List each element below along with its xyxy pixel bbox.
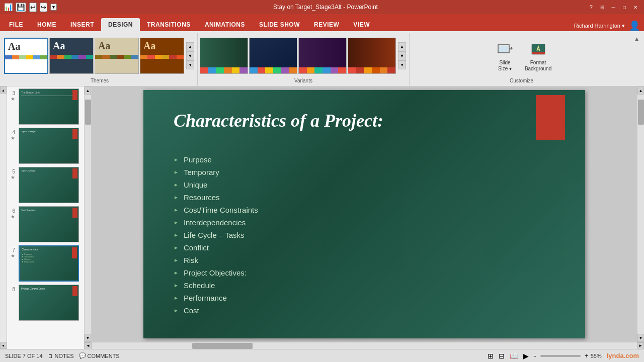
tab-design[interactable]: DESIGN bbox=[101, 18, 140, 31]
reading-view-button[interactable]: 📖 bbox=[510, 352, 518, 360]
theme-3[interactable]: Aa bbox=[95, 38, 139, 74]
slide-img-3: The Bottom Line: bbox=[19, 88, 79, 125]
canvas-scroll-down[interactable]: ▼ bbox=[85, 334, 91, 342]
help-button[interactable]: ? bbox=[587, 4, 596, 11]
slide-canvas[interactable]: Characteristics of a Project: ► Purpose … bbox=[143, 90, 585, 338]
theme-scroll[interactable]: ▲ ▼ ▾ bbox=[185, 42, 195, 69]
comments-label: COMMENTS bbox=[88, 353, 120, 359]
slide-thumb-7[interactable]: 7 ★ Characteristics ► Purpose ► Temporar… bbox=[8, 245, 83, 282]
lynda-logo: lynda.com bbox=[607, 352, 639, 359]
slide-thumb-6[interactable]: 6 ★ Topic Coverage: bbox=[8, 206, 83, 242]
panel-scroll-up[interactable]: ▲ bbox=[0, 86, 7, 94]
zoom-out-button[interactable]: - bbox=[534, 352, 536, 359]
theme-4[interactable]: Aa bbox=[140, 38, 184, 74]
right-scroll-up[interactable]: ▲ bbox=[637, 86, 644, 95]
bullet-schedule: ► Schedule bbox=[174, 281, 545, 290]
minimize-button[interactable]: ─ bbox=[609, 4, 618, 11]
bullet-text-8: Conflict bbox=[184, 243, 209, 252]
slide-thumb-8[interactable]: 8 Project Control Cycle bbox=[8, 285, 83, 321]
ribbon-tabs: FILE HOME INSERT DESIGN TRANSITIONS ANIM… bbox=[0, 14, 644, 31]
variant-3[interactable] bbox=[298, 38, 347, 74]
slide-title: Characteristics of a Project: bbox=[174, 110, 545, 131]
slide-star-4: ★ bbox=[11, 135, 15, 141]
variant-2[interactable] bbox=[249, 38, 297, 74]
h-scroll-track[interactable] bbox=[92, 342, 637, 349]
bullet-text-2: Temporary bbox=[184, 168, 219, 176]
bullet-temporary: ► Temporary bbox=[174, 168, 545, 176]
save-button[interactable]: 💾 bbox=[16, 3, 26, 12]
slide-sorter-button[interactable]: ⊟ bbox=[499, 352, 505, 360]
bullet-text-4: Resources bbox=[184, 193, 220, 202]
tab-view[interactable]: VIEW bbox=[346, 18, 377, 31]
h-scroll-thumb[interactable] bbox=[192, 343, 253, 349]
theme-2[interactable]: Aa bbox=[49, 38, 94, 74]
slide-size-button[interactable]: SlideSize ▾ bbox=[490, 42, 520, 72]
format-background-icon bbox=[529, 42, 547, 60]
normal-view-button[interactable]: ⊞ bbox=[488, 352, 494, 360]
zoom-in-button[interactable]: + bbox=[585, 352, 589, 359]
tab-file[interactable]: FILE bbox=[2, 18, 30, 31]
variant-1[interactable] bbox=[200, 38, 248, 74]
themes-label: Themes bbox=[4, 77, 195, 85]
bullet-arrow-4: ► bbox=[174, 195, 179, 200]
bullet-text-9: Risk bbox=[184, 256, 198, 264]
slide-thumb-4[interactable]: 4 ★ Topic Coverage: bbox=[8, 128, 83, 164]
slide-thumb-3[interactable]: 3 ★ The Bottom Line: bbox=[8, 88, 83, 125]
slide-star-7: ★ bbox=[11, 253, 15, 258]
format-background-button[interactable]: FormatBackground bbox=[523, 42, 553, 72]
restore-button[interactable]: □ bbox=[620, 4, 629, 11]
variant-scroll[interactable]: ▲ ▼ ▾ bbox=[397, 42, 407, 69]
tab-review[interactable]: REVIEW bbox=[307, 18, 346, 31]
bullet-arrow-1: ► bbox=[174, 157, 179, 162]
ribbon: Aa Aa Aa Aa bbox=[0, 31, 644, 86]
format-background-label: FormatBackground bbox=[525, 60, 551, 72]
theme-1[interactable]: Aa bbox=[4, 38, 48, 74]
ribbon-collapse-button[interactable]: ▲ bbox=[633, 35, 640, 43]
comments-toggle[interactable]: 💬 COMMENTS bbox=[79, 352, 120, 359]
window-title: Stay on Target_Stage3Alt - PowerPoint bbox=[64, 4, 587, 11]
h-scroll-left[interactable]: ◄ bbox=[85, 342, 92, 349]
canvas-area[interactable]: Characteristics of a Project: ► Purpose … bbox=[92, 86, 637, 342]
bullet-resources: ► Resources bbox=[174, 193, 545, 202]
undo-button[interactable]: ↩ bbox=[29, 3, 37, 12]
slide-img-6: Topic Coverage: bbox=[19, 206, 79, 242]
variants-label: Variants bbox=[200, 77, 407, 85]
canvas-scroll-up[interactable]: ▲ bbox=[85, 86, 91, 95]
notes-toggle[interactable]: 🗒 NOTES bbox=[48, 353, 74, 359]
variant-scroll-up[interactable]: ▲ bbox=[398, 42, 406, 51]
right-scroll-down[interactable]: ▼ bbox=[637, 334, 644, 342]
slide-size-icon bbox=[496, 42, 514, 60]
bullet-list: ► Purpose ► Temporary ► Unique bbox=[174, 155, 545, 319]
bullet-arrow-10: ► bbox=[174, 270, 179, 276]
h-scroll-right[interactable]: ► bbox=[637, 342, 644, 349]
bullet-lifecycle: ► Life Cycle – Tasks bbox=[174, 231, 545, 239]
bullet-text-10: Project Objectives: bbox=[184, 268, 247, 277]
variant-4[interactable] bbox=[348, 38, 396, 74]
variant-scroll-more[interactable]: ▾ bbox=[398, 60, 406, 69]
slide-size-label: SlideSize ▾ bbox=[498, 60, 512, 72]
theme-scroll-more[interactable]: ▾ bbox=[186, 60, 194, 69]
tab-home[interactable]: HOME bbox=[30, 18, 63, 31]
slide-star-6: ★ bbox=[11, 214, 15, 219]
redo-button[interactable]: ↪ bbox=[40, 3, 47, 12]
slide-thumb-5[interactable]: 5 ★ Topic Coverage: bbox=[8, 167, 83, 203]
tab-slideshow[interactable]: SLIDE SHOW bbox=[252, 18, 307, 31]
slideshow-button[interactable]: ▶ bbox=[523, 352, 529, 360]
bullet-arrow-6: ► bbox=[174, 220, 179, 225]
bullet-arrow-13: ► bbox=[174, 308, 179, 313]
panel-scroll-down[interactable]: ▼ bbox=[0, 342, 7, 349]
close-button[interactable]: ✕ bbox=[631, 4, 640, 11]
theme-scroll-down[interactable]: ▼ bbox=[186, 51, 194, 60]
canvas-left-scrollbar: ▲ ▼ bbox=[85, 86, 92, 342]
tab-transitions[interactable]: TRANSITIONS bbox=[140, 18, 198, 31]
theme-scroll-up[interactable]: ▲ bbox=[186, 42, 194, 51]
tab-insert[interactable]: INSERT bbox=[63, 18, 101, 31]
ribbon-display-button[interactable]: ⊟ bbox=[598, 4, 607, 11]
bullet-unique: ► Unique bbox=[174, 180, 545, 189]
zoom-slider[interactable] bbox=[540, 355, 581, 357]
variant-scroll-down[interactable]: ▼ bbox=[398, 51, 406, 60]
slide-num-6: 6 bbox=[8, 208, 15, 214]
tab-animations[interactable]: ANIMATIONS bbox=[198, 18, 252, 31]
slide-num-8: 8 bbox=[8, 287, 15, 292]
customize-qa-button[interactable]: ▼ bbox=[50, 4, 57, 11]
